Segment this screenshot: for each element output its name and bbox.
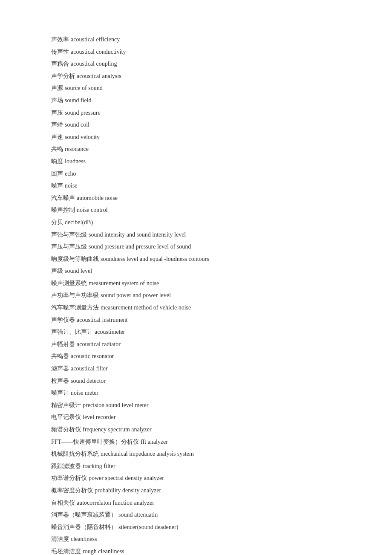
list-item: 响度级与等响曲线soundness level and equal -loudn… bbox=[51, 254, 349, 265]
term-chinese: 共鸣 bbox=[51, 144, 63, 155]
term-english: sound velocity bbox=[65, 132, 100, 143]
term-chinese: 回声 bbox=[51, 168, 63, 180]
term-english: acoustical radiator bbox=[77, 339, 121, 350]
term-chinese: 声学分析 bbox=[51, 71, 75, 82]
list-item: 响度loudness bbox=[51, 156, 349, 168]
list-item: 噪声控制noise control bbox=[51, 205, 349, 216]
term-chinese: 毛坯清洁度 bbox=[51, 546, 81, 555]
term-chinese: 声源 bbox=[51, 83, 63, 94]
list-item: 检声器sound detector bbox=[51, 376, 349, 387]
term-chinese: 声藕合 bbox=[51, 58, 69, 70]
list-item: 声藕合acoustical coupling bbox=[51, 58, 349, 70]
term-chinese: 声速 bbox=[51, 132, 63, 143]
list-item: 声压sound pressure bbox=[51, 107, 349, 119]
term-english: loudness bbox=[65, 156, 86, 168]
list-item: 声速sound velocity bbox=[51, 132, 349, 143]
list-item: 功率谱分析仪power spectral density analyzer bbox=[51, 473, 349, 484]
term-chinese: 功率谱分析仪 bbox=[51, 473, 87, 484]
list-item: 频谱分析仪frequency spectrum analyzer bbox=[51, 424, 349, 436]
term-chinese: 检声器 bbox=[51, 376, 69, 387]
term-english: sound field bbox=[65, 95, 92, 107]
term-english: acoustical analysis bbox=[77, 71, 121, 82]
list-item: 声幅射器acoustical radiator bbox=[51, 339, 349, 350]
term-english: cleanliness bbox=[71, 534, 97, 545]
list-item: 声场sound field bbox=[51, 95, 349, 107]
term-english: sound power and power level bbox=[101, 290, 171, 301]
list-item: 声级sound level bbox=[51, 266, 349, 277]
term-chinese: 汽车噪声 bbox=[51, 193, 75, 204]
list-item: 滤声器acoustical filter bbox=[51, 363, 349, 375]
term-english: precision sound level meter bbox=[83, 400, 148, 411]
term-chinese: 噪声计 bbox=[51, 387, 69, 399]
list-item: 传声性acoustical conductivity bbox=[51, 46, 349, 58]
list-item: 共鸣resonance bbox=[51, 144, 349, 155]
term-english: measurement method of vehicle noise bbox=[101, 302, 191, 314]
term-chinese: 声压 bbox=[51, 107, 63, 119]
term-english: noise meter bbox=[71, 387, 98, 399]
term-chinese: 概率密度分析仪 bbox=[51, 485, 93, 497]
term-english: noise control bbox=[77, 205, 108, 216]
term-chinese: 声蟠 bbox=[51, 119, 63, 131]
term-english: sound pressure and pressure level of sou… bbox=[89, 241, 191, 253]
list-item: 声学分析acoustical analysis bbox=[51, 71, 349, 82]
term-english: automobile noise bbox=[77, 193, 118, 204]
list-item: 声强与声强级sound intensity and sound intensit… bbox=[51, 229, 349, 241]
list-item: 概率密度分析仪probability density analyzer bbox=[51, 485, 349, 497]
term-english: probability density analyzer bbox=[95, 485, 161, 497]
term-english: sound level bbox=[65, 266, 92, 277]
term-chinese: 声幅射器 bbox=[51, 339, 75, 350]
term-chinese: 声学仪器 bbox=[51, 315, 75, 326]
term-chinese: 自相关仪 bbox=[51, 497, 75, 509]
term-chinese: 共鸣器 bbox=[51, 351, 69, 362]
list-item: 分贝decibel(dB) bbox=[51, 217, 349, 228]
term-chinese: 声强计、比声计 bbox=[51, 327, 93, 338]
term-english: fft analyzer bbox=[141, 436, 168, 448]
term-chinese: 声级 bbox=[51, 266, 63, 277]
term-chinese: 清洁度 bbox=[51, 534, 69, 545]
term-chinese: 响度级与等响曲线 bbox=[51, 254, 99, 265]
term-english: sound intensity and sound intensity leve… bbox=[89, 229, 186, 241]
list-item: 精密声级计precision sound level meter bbox=[51, 400, 349, 411]
term-english: acoustic resonator bbox=[71, 351, 114, 362]
list-item: 声蟠sound coil bbox=[51, 119, 349, 131]
term-chinese: 噪声测量系统 bbox=[51, 278, 87, 289]
list-item: 声效率acoustical efficiency bbox=[51, 34, 349, 46]
term-english: tracking filter bbox=[83, 461, 115, 472]
term-chinese: 噪音消声器（隔音材料） bbox=[51, 522, 117, 533]
term-chinese: FFT——快速傅里叶变换）分析仪 bbox=[51, 436, 139, 448]
list-item: 消声器（噪声衰减装置）sound attenuatin bbox=[51, 509, 349, 521]
term-english: mechanical impedance analysis system bbox=[101, 448, 194, 460]
term-chinese: 声功率与声功率级 bbox=[51, 290, 99, 301]
term-chinese: 响度 bbox=[51, 156, 63, 168]
term-english: acoustical efficiency bbox=[71, 34, 120, 46]
list-item: 回声echo bbox=[51, 168, 349, 180]
term-english: decibel(dB) bbox=[65, 217, 93, 228]
list-item: 声功率与声功率级sound power and power level bbox=[51, 290, 349, 301]
term-chinese: 频谱分析仪 bbox=[51, 424, 81, 436]
term-english: noise bbox=[65, 180, 78, 192]
list-item: FFT——快速傅里叶变换）分析仪fft analyzer bbox=[51, 436, 349, 448]
list-item: 自相关仪autocorrelaton function analyzer bbox=[51, 497, 349, 509]
term-chinese: 声场 bbox=[51, 95, 63, 107]
list-item: 机械阻抗分析系统mechanical impedance analysis sy… bbox=[51, 448, 349, 460]
term-english: sound coil bbox=[65, 119, 89, 131]
list-item: 声强计、比声计acoustimeter bbox=[51, 327, 349, 338]
term-english: acoustical filter bbox=[71, 363, 108, 375]
term-chinese: 噪声 bbox=[51, 180, 63, 192]
term-english: sound detector bbox=[71, 376, 106, 387]
term-english: sound attenuatin bbox=[118, 509, 158, 521]
term-chinese: 精密声级计 bbox=[51, 400, 81, 411]
term-english: source of sound bbox=[65, 83, 103, 94]
term-chinese: 分贝 bbox=[51, 217, 63, 228]
term-english: echo bbox=[65, 168, 76, 180]
list-item: 清洁度cleanliness bbox=[51, 534, 349, 545]
term-english: rough cleanliness bbox=[83, 546, 124, 555]
term-english: acoustical instrument bbox=[77, 315, 127, 326]
term-chinese: 汽车噪声测量方法 bbox=[51, 302, 99, 314]
term-chinese: 声强与声强级 bbox=[51, 229, 87, 241]
list-item: 声源source of sound bbox=[51, 83, 349, 94]
term-chinese: 噪声控制 bbox=[51, 205, 75, 216]
term-chinese: 电平记录仪 bbox=[51, 412, 81, 423]
list-item: 声压与声压级sound pressure and pressure level … bbox=[51, 241, 349, 253]
term-english: power spectral density analyzer bbox=[89, 473, 164, 484]
